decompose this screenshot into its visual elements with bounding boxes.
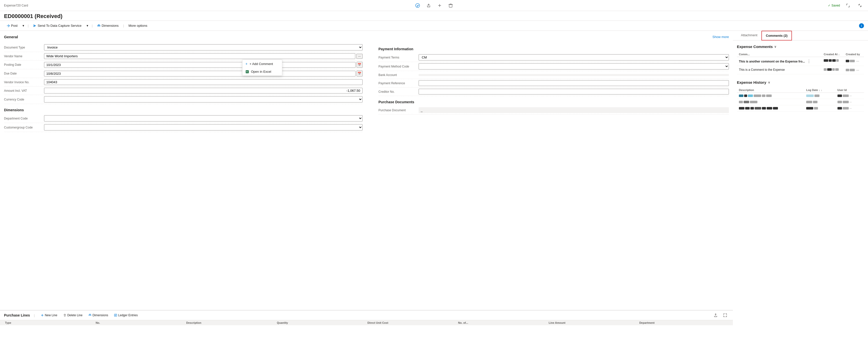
- payment-terms-label: Payment Terms: [379, 56, 418, 59]
- form-area: General Show more Document Type Invoice: [0, 31, 733, 310]
- department-code-select[interactable]: [44, 115, 363, 122]
- tab-attachment[interactable]: Attachment: [737, 31, 762, 40]
- history-logdate-2: [804, 99, 835, 105]
- right-fields-column: Payment Information Payment Terms CM: [371, 43, 729, 132]
- purchase-document-field-row: Purchase Document _: [379, 106, 729, 114]
- payment-reference-label: Payment Reference: [379, 81, 418, 85]
- comments-chevron-icon: ∨: [774, 45, 776, 48]
- svg-rect-7: [90, 314, 90, 315]
- history-logdate-1: [804, 93, 835, 99]
- history-row-3: ···: [737, 105, 864, 111]
- comment-created-at-2: [822, 66, 844, 74]
- creditor-no-value: [418, 89, 729, 95]
- dimensions-subtitle: Dimensions: [4, 108, 363, 112]
- comment-row-1: This is another commont on the Expense f…: [737, 57, 864, 66]
- comment-created-by-2: ···: [844, 66, 864, 74]
- expand-icon-button[interactable]: [844, 1, 852, 9]
- currency-code-select[interactable]: [44, 96, 363, 102]
- creditor-no-input[interactable]: [418, 89, 729, 95]
- edit-icon-button[interactable]: [413, 1, 422, 9]
- lines-dimensions-icon: [89, 314, 92, 317]
- send-to-data-capture-button[interactable]: Send To Data Capture Service: [31, 23, 84, 29]
- delete-icon-button[interactable]: [447, 1, 455, 9]
- post-button[interactable]: Post: [4, 23, 20, 29]
- payment-info-title: Payment Information: [379, 47, 729, 51]
- page-title-bar: ED0000001 (Received): [0, 11, 868, 21]
- svg-rect-1: [449, 4, 452, 7]
- bank-account-field-row: Bank Account: [379, 71, 729, 79]
- delete-icon: [448, 3, 453, 8]
- page-title: ED0000001 (Received): [4, 13, 864, 20]
- payment-reference-input[interactable]: [418, 80, 729, 86]
- document-type-select[interactable]: Invoice: [44, 44, 363, 50]
- bank-account-readonly: [418, 74, 729, 76]
- redacted-date-1: [824, 59, 839, 62]
- vendor-name-value: ···: [44, 53, 363, 59]
- vendor-invoice-no-label: Vendor Invoice No.: [4, 80, 44, 84]
- currency-code-value: [44, 96, 363, 102]
- vendor-name-field-row: Vendor Name ···: [4, 52, 363, 61]
- col-created-by-header: Created by: [844, 52, 864, 57]
- comments-section-header: Expense Comments ∨: [737, 44, 864, 49]
- expand-icon: [846, 3, 850, 7]
- payment-terms-select[interactable]: CM: [418, 54, 729, 61]
- posting-date-input[interactable]: [44, 62, 355, 68]
- vendor-lookup-button[interactable]: ···: [356, 54, 362, 59]
- posting-date-value: 📅: [44, 62, 363, 68]
- currency-code-field-row: Currency Code: [4, 95, 363, 104]
- dimensions-button[interactable]: Dimensions: [95, 23, 121, 29]
- top-bar-center-actions: [413, 1, 455, 9]
- purchase-lines-header: Purchase Lines | New Line Delete Line: [0, 310, 733, 320]
- comment-1-more-button[interactable]: ···: [855, 59, 860, 63]
- comment-created-by-1: ···: [844, 57, 864, 66]
- due-date-calendar-icon[interactable]: 📅: [356, 70, 363, 76]
- customergroup-code-select[interactable]: [44, 124, 363, 131]
- history-row-1: ···: [737, 93, 864, 99]
- ledger-entries-button[interactable]: Ledger Entries: [112, 312, 140, 318]
- posting-date-calendar-icon[interactable]: 📅: [356, 62, 363, 68]
- collapse-icon-button[interactable]: [856, 1, 864, 9]
- delete-line-icon: [63, 314, 66, 317]
- purchase-table-header: Type No. Description Quantity Direct Uni…: [0, 320, 733, 325]
- vendor-invoice-no-input[interactable]: [44, 79, 363, 85]
- history-userid-2: ···: [835, 99, 864, 105]
- bank-account-label: Bank Account: [379, 73, 418, 77]
- lines-share-icon: [714, 313, 717, 317]
- due-date-input[interactable]: [44, 71, 355, 76]
- lines-dimensions-button[interactable]: Dimensions: [87, 312, 110, 318]
- new-line-button[interactable]: New Line: [39, 312, 59, 318]
- show-more-button[interactable]: Show more: [712, 35, 729, 39]
- col-comment-header: Comm...: [737, 52, 822, 57]
- vendor-name-input[interactable]: [44, 53, 355, 59]
- purchase-lines-area: Purchase Lines | New Line Delete Line: [0, 310, 733, 340]
- collapse-icon: [858, 3, 862, 7]
- info-circle[interactable]: i: [859, 23, 864, 28]
- add-icon-button[interactable]: [436, 1, 444, 9]
- col-department: Department: [638, 321, 729, 324]
- add-icon: [437, 3, 442, 8]
- col-line-amount: Line Amount: [548, 321, 638, 324]
- comment-2-more-button[interactable]: ···: [855, 68, 860, 72]
- col-created-at-header: Created At ↓: [822, 52, 844, 57]
- send-dropdown-button[interactable]: ▾: [85, 23, 90, 29]
- delete-line-button[interactable]: Delete Line: [61, 312, 85, 318]
- amount-incl-vat-input[interactable]: [44, 88, 363, 94]
- payment-method-code-value: [418, 63, 729, 69]
- general-form-grid: Document Type Invoice Vendor Name: [4, 43, 729, 132]
- amount-incl-vat-value: [44, 88, 363, 94]
- history-row-2: ···: [737, 99, 864, 105]
- share-icon-button[interactable]: [425, 1, 433, 9]
- creditor-no-field-row: Creditor No.: [379, 88, 729, 96]
- more-options-button[interactable]: More options: [126, 23, 150, 29]
- new-line-icon: [41, 314, 44, 317]
- post-dropdown-button[interactable]: ▾: [21, 23, 26, 29]
- lines-share-button[interactable]: [712, 312, 719, 318]
- svg-rect-4: [98, 25, 99, 26]
- col-direct-unit-cost: Direct Unit Cost: [367, 321, 457, 324]
- purchase-document-label: Purchase Document: [379, 108, 418, 112]
- comment-1-options-button[interactable]: ⋮: [806, 59, 812, 64]
- history-userid-3: ···: [835, 105, 864, 111]
- payment-method-code-select[interactable]: [418, 63, 729, 69]
- tab-comments[interactable]: Comments (2): [762, 31, 792, 40]
- lines-expand-button[interactable]: [721, 312, 729, 318]
